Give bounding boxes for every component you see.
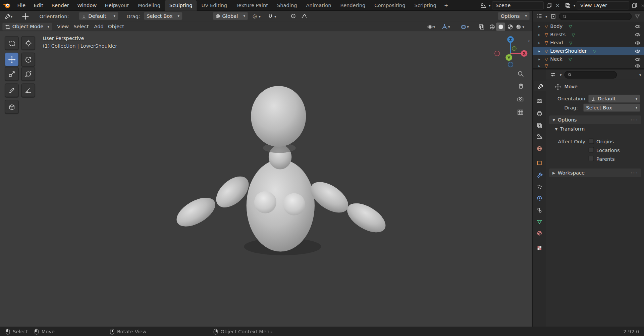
unlink-scene-icon[interactable]: × — [554, 2, 561, 8]
show-gizmo-icon[interactable] — [440, 22, 449, 31]
expand-icon[interactable]: ▸ — [538, 33, 542, 37]
orientation-dropdown[interactable]: Default ▾ — [588, 95, 640, 103]
breast-left-mesh[interactable] — [254, 191, 276, 213]
tab-scripting[interactable]: Scripting — [410, 0, 441, 11]
tool-add-cube-button[interactable] — [5, 100, 18, 113]
view-layer-browse-arrow-icon[interactable]: ▾ — [573, 3, 575, 7]
outliner-row-head[interactable]: ▸ ▽ Head ▽ — [533, 39, 644, 47]
proportional-falloff-icon[interactable] — [300, 12, 309, 20]
navigation-gizmo[interactable]: Z X Y — [494, 34, 529, 68]
tab-object-data[interactable] — [533, 216, 546, 227]
outliner-editor-type-icon[interactable] — [535, 12, 544, 20]
expand-icon[interactable]: ▸ — [538, 24, 542, 28]
tool-select-box-button[interactable] — [5, 36, 18, 50]
tab-physics[interactable] — [533, 193, 546, 203]
menu-render[interactable]: Render — [47, 0, 73, 10]
object-name[interactable]: Brests — [550, 32, 566, 37]
outliner-row-neck[interactable]: ▸ ▽ Neck ▽ — [533, 55, 644, 63]
tab-rendering[interactable]: Rendering — [336, 0, 370, 11]
tab-texture[interactable] — [533, 242, 546, 253]
properties-filter-arrow-icon[interactable]: ▾ — [639, 73, 641, 77]
origins-checkbox-label[interactable]: Origins — [596, 139, 614, 145]
editor-type-icon[interactable] — [2, 12, 11, 20]
orientation-dropdown[interactable]: Default ▾ — [79, 12, 118, 20]
visibility-arrow-icon[interactable]: ▾ — [433, 25, 435, 29]
snap-magnet-icon[interactable] — [266, 12, 274, 20]
transform-orientation-dropdown[interactable]: Global ▾ — [213, 12, 248, 20]
options-panel-header[interactable]: ▼ Options :::: — [549, 115, 641, 124]
drag-dropdown[interactable]: Select Box ▾ — [144, 12, 182, 20]
tab-modifiers[interactable] — [533, 169, 546, 180]
viewport-3d[interactable]: User Perspective (1) Collection | LowerS… — [0, 31, 532, 327]
tab-shading[interactable]: Shading — [272, 0, 302, 11]
tab-scene[interactable] — [533, 131, 546, 141]
drag-dropdown[interactable]: Select Box ▾ — [583, 104, 640, 112]
outliner-row-body[interactable]: ▸ ▽ Body ▽ — [533, 22, 644, 30]
object-name[interactable]: Head — [550, 40, 563, 46]
tab-render[interactable] — [533, 95, 546, 106]
hide-in-viewport-icon[interactable] — [635, 32, 641, 38]
expand-icon[interactable]: ▸ — [538, 41, 542, 45]
outliner-row-brests[interactable]: ▸ ▽ Brests ▽ — [533, 31, 644, 39]
hide-in-viewport-icon[interactable] — [635, 56, 641, 62]
expand-icon[interactable]: ▸ — [538, 49, 542, 53]
scene-model[interactable] — [0, 31, 532, 327]
outliner-row-clipped[interactable]: ▸ ▽ — [533, 63, 644, 68]
viewport-menu-object[interactable]: Object — [104, 22, 128, 31]
object-name[interactable]: LowerShoulder — [550, 48, 587, 54]
scene-browse-arrow-icon[interactable]: ▾ — [489, 3, 491, 7]
axis-neg-y-ball[interactable] — [512, 46, 516, 50]
tab-sculpting[interactable]: Sculpting — [165, 0, 197, 11]
tab-view-layer[interactable] — [533, 120, 546, 131]
expand-icon[interactable]: ▸ — [538, 57, 542, 61]
editor-type-arrow-icon[interactable]: ▾ — [11, 14, 13, 18]
parents-checkbox[interactable] — [589, 156, 594, 161]
tool-measure-button[interactable] — [21, 84, 35, 97]
view-layer-icon[interactable] — [564, 1, 572, 9]
tool-move-button[interactable] — [5, 53, 18, 66]
tab-tool[interactable] — [534, 81, 546, 91]
outliner-properties-divider[interactable] — [533, 68, 644, 69]
lower-shoulder-left-mesh[interactable] — [172, 192, 220, 232]
outliner-row-lowershoulder[interactable]: ▸ ▽ LowerShoulder ▽ — [533, 47, 644, 55]
camera-view-button[interactable] — [515, 94, 526, 104]
tab-texture-paint[interactable]: Texture Paint — [232, 0, 273, 11]
tool-rotate-button[interactable] — [21, 53, 35, 66]
xray-toggle-icon[interactable] — [477, 22, 486, 31]
pivot-point-icon[interactable]: ◎ — [251, 12, 258, 20]
tool-transform-button[interactable] — [21, 67, 35, 81]
show-overlays-icon[interactable] — [459, 22, 468, 31]
axis-neg-z-ball[interactable] — [508, 62, 513, 67]
gizmo-arrow-icon[interactable]: ▾ — [448, 25, 450, 29]
tab-output[interactable] — [533, 108, 546, 118]
tab-object[interactable] — [533, 157, 546, 168]
shading-arrow-icon[interactable]: ▾ — [523, 25, 525, 29]
axis-neg-x-ball[interactable] — [495, 51, 500, 56]
tab-particles[interactable] — [533, 181, 546, 192]
blender-logo-icon[interactable] — [0, 1, 13, 9]
locations-checkbox-label[interactable]: Locations — [596, 148, 620, 153]
tab-modeling[interactable]: Modeling — [133, 0, 165, 11]
shading-material-icon[interactable] — [506, 22, 515, 31]
transform-subpanel-header[interactable]: ▼ Transform — [555, 126, 585, 132]
tab-world[interactable] — [533, 143, 546, 154]
origins-checkbox[interactable] — [589, 139, 594, 144]
scene-name-field[interactable]: Scene — [492, 1, 543, 9]
outliner-editor-arrow-icon[interactable]: ▾ — [545, 14, 547, 18]
pivot-arrow-icon[interactable]: ▾ — [259, 14, 261, 18]
editor-divider[interactable] — [532, 11, 533, 327]
tab-uv-editing[interactable]: UV Editing — [197, 0, 232, 11]
tool-cursor-button[interactable] — [21, 36, 35, 50]
tab-material[interactable] — [533, 228, 546, 238]
menu-window[interactable]: Window — [73, 0, 101, 10]
object-name[interactable]: Body — [550, 23, 562, 29]
new-view-layer-icon[interactable] — [630, 1, 638, 9]
object-name[interactable]: Neck — [550, 56, 562, 62]
remove-view-layer-icon[interactable]: × — [640, 2, 644, 8]
hide-in-viewport-icon[interactable] — [635, 40, 641, 46]
hide-in-viewport-icon[interactable] — [635, 23, 641, 29]
menu-file[interactable]: File — [13, 0, 30, 10]
lower-shoulder-right-mesh[interactable] — [342, 197, 390, 238]
shading-rendered-icon[interactable] — [514, 22, 523, 31]
shading-solid-icon[interactable] — [496, 22, 505, 31]
